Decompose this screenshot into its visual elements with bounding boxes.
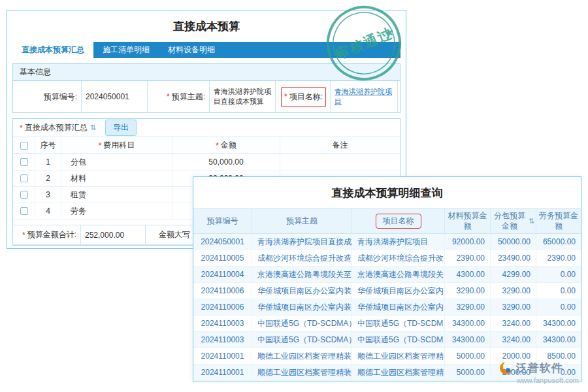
- project-name-link[interactable]: 青海洪湖养护院项目: [335, 87, 393, 106]
- col-budget-no[interactable]: 预算编号: [193, 209, 252, 233]
- budget-subject-label: 预算主题:: [155, 81, 205, 112]
- export-button[interactable]: 导出: [105, 120, 137, 136]
- project-name-cell: 华侨城项目南区办公室内: [352, 283, 445, 299]
- budget-subject-cell: 顺德工业园区档案管理精装饰: [252, 365, 352, 380]
- budget-detail-row[interactable]: 2024110003 中国联通5G（TD-SCDMA）数 中国联通5G（TD-S…: [193, 316, 581, 332]
- summary-table-header: 序号 费用科目 金额 备注: [13, 137, 400, 154]
- vendor-watermark: 泛普软件 www.fanpusoft.com: [499, 361, 579, 384]
- budget-no-cell: 2024110005: [193, 250, 252, 266]
- budget-no-cell: 2024110001: [193, 348, 252, 364]
- material-budget-cell: 92000.00: [445, 234, 491, 250]
- query-table-body: 2024050001 青海洪湖养护院项目直接成本 青海洪湖养护院项目 92000…: [193, 234, 581, 381]
- col-amount: 金额: [172, 137, 280, 154]
- labor-budget-cell: 34300.00: [536, 332, 581, 348]
- sort-icon[interactable]: [529, 216, 534, 225]
- budget-detail-row[interactable]: 2024110006 华侨城项目南区办公室内装修 华侨城项目南区办公室内 329…: [193, 283, 581, 299]
- row-checkbox[interactable]: [20, 158, 28, 166]
- expense-row[interactable]: 1 分包 50,000.00: [13, 154, 400, 171]
- budget-subject-cell: 中国联通5G（TD-SCDMA）数: [252, 316, 352, 331]
- expense-subject-cell: 分包: [61, 154, 172, 170]
- project-name-cell: 顺德工业园区档案管理精: [352, 365, 445, 380]
- remark-cell: [280, 154, 400, 170]
- subcontract-budget-cell: 50000.00: [491, 234, 536, 250]
- project-name-cell: 华侨城项目南区办公室内: [352, 299, 445, 315]
- row-checkbox[interactable]: [20, 191, 28, 199]
- col-labor-budget[interactable]: 劳务预算金额: [536, 209, 581, 233]
- project-name-cell: 青海洪湖养护院项目: [352, 234, 445, 250]
- subcontract-budget-cell: 3290.00: [491, 283, 536, 299]
- page-title: 直接成本预算: [7, 10, 406, 42]
- seq-no-cell: 4: [35, 203, 61, 219]
- project-name-label-highlight: 项目名称:: [281, 87, 326, 107]
- budget-no-cell: 2024110003: [193, 316, 252, 331]
- budget-no-cell: 2024110006: [193, 283, 252, 299]
- required-asterisk: [99, 141, 104, 150]
- col-material-budget[interactable]: 材料预算金额: [445, 209, 491, 233]
- tab-material-equipment-detail[interactable]: 材料设备明细: [159, 42, 224, 58]
- amount-in-words-label: 金额大写: [159, 229, 190, 240]
- expense-subject-cell: 劳务: [61, 203, 172, 219]
- labor-budget-cell: 2390.00: [536, 250, 581, 266]
- budget-no-cell: 2024110006: [193, 299, 252, 315]
- labor-budget-cell: 34300.00: [536, 316, 581, 331]
- col-subcontract-budget[interactable]: 分包预算金额: [491, 209, 536, 233]
- tab-budget-summary[interactable]: 直接成本预算汇总: [12, 42, 93, 58]
- vendor-url: www.fanpusoft.com: [499, 376, 579, 384]
- material-budget-cell: 34300.00: [445, 316, 491, 331]
- material-budget-cell: 3290.00: [445, 299, 491, 315]
- required-asterisk: [167, 92, 172, 101]
- expense-subject-cell: 材料: [61, 171, 172, 186]
- budget-subject-cell: 中国联通5G（TD-SCDMA）数: [252, 332, 352, 348]
- budget-detail-row[interactable]: 2024110003 中国联通5G（TD-SCDMA）数 中国联通5G（TD-S…: [193, 332, 581, 348]
- row-checkbox[interactable]: [20, 207, 28, 215]
- budget-subject-cell: 京港澳高速公路粤境段关至广: [252, 267, 352, 282]
- material-budget-cell: 3290.00: [445, 283, 491, 299]
- vendor-brand: 泛普软件: [516, 361, 563, 376]
- col-expense-subject: 费用科目: [61, 137, 172, 154]
- budget-no-cell: 2024110001: [193, 365, 252, 380]
- col-budget-subject[interactable]: 预算主题: [252, 209, 352, 233]
- fanpu-logo-icon: [499, 361, 513, 375]
- budget-detail-row[interactable]: 2024110005 成都沙河环境综合提升改造运 成都沙河环境综合提升改 239…: [193, 250, 581, 267]
- basic-info-form: 预算编号: 2024050001 预算主题: 青海洪湖养护院项目直接成本预算 项…: [13, 81, 400, 112]
- subcontract-budget-cell: 3290.00: [491, 299, 536, 315]
- budget-no-label: 预算编号:: [26, 81, 77, 112]
- material-budget-cell: 2390.00: [445, 250, 491, 266]
- project-name-cell: 中国联通5G（TD-SCDM: [352, 332, 445, 348]
- col-seq-no: 序号: [35, 137, 61, 154]
- budget-subject-cell: 成都沙河环境综合提升改造运: [252, 250, 352, 266]
- subcontract-budget-cell: 3240.00: [491, 332, 536, 348]
- seq-no-cell: 3: [35, 187, 61, 203]
- required-asterisk: [216, 141, 221, 150]
- query-page-title: 直接成本预算明细查询: [193, 177, 581, 208]
- budget-detail-row[interactable]: 2024110004 京港澳高速公路粤境段关至广 京港澳高速公路粤境段关 430…: [193, 267, 581, 283]
- budget-no-cell: 2024050001: [193, 234, 252, 250]
- project-name-header-highlight: 项目名称: [376, 214, 421, 229]
- tab-bar: 直接成本预算汇总 施工清单明细 材料设备明细: [12, 42, 400, 58]
- project-name-cell: 顺德工业园区档案管理精: [352, 348, 445, 364]
- row-checkbox[interactable]: [20, 174, 28, 182]
- col-project-name[interactable]: 项目名称: [352, 209, 445, 233]
- labor-budget-cell: 0.00: [536, 299, 581, 315]
- material-budget-cell: 5000.00: [445, 365, 491, 380]
- query-table-header: 预算编号 预算主题 项目名称 材料预算金额 分包预算金额 劳务预算金额: [193, 208, 581, 234]
- budget-detail-query-window: 直接成本预算明细查询 预算编号 预算主题 项目名称 材料预算金额 分包预算金额 …: [193, 176, 581, 382]
- basic-info-panel: 基本信息 预算编号: 2024050001 预算主题: 青海洪湖养护院项目直接成…: [12, 63, 400, 113]
- budget-detail-row[interactable]: 2024110006 华侨城项目南区办公室内装饰 华侨城项目南区办公室内 329…: [193, 299, 581, 316]
- summary-toolbar: 直接成本预算汇总 导出: [13, 119, 400, 137]
- required-asterisk: [284, 92, 289, 101]
- budget-subject-cell: 青海洪湖养护院项目直接成本: [252, 234, 352, 250]
- budget-subject-cell: 顺德工业园区档案管理精装饰: [252, 348, 352, 364]
- subcontract-budget-cell: 3240.00: [491, 316, 536, 331]
- total-amount-value: 252,000.00: [80, 225, 146, 244]
- sort-toggle-icon[interactable]: [90, 123, 96, 132]
- col-remark: 备注: [280, 137, 400, 154]
- subcontract-budget-cell: 4299.00: [491, 267, 536, 282]
- budget-detail-row[interactable]: 2024050001 青海洪湖养护院项目直接成本 青海洪湖养护院项目 92000…: [193, 234, 581, 250]
- tab-construction-list-detail[interactable]: 施工清单明细: [93, 42, 159, 58]
- subcontract-budget-cell: 23490.00: [491, 250, 536, 266]
- select-all-checkbox[interactable]: [20, 142, 28, 150]
- labor-budget-cell: 0.00: [536, 267, 581, 282]
- amount-cell: 50,000.00: [172, 154, 280, 170]
- project-name-cell: 京港澳高速公路粤境段关: [352, 267, 445, 282]
